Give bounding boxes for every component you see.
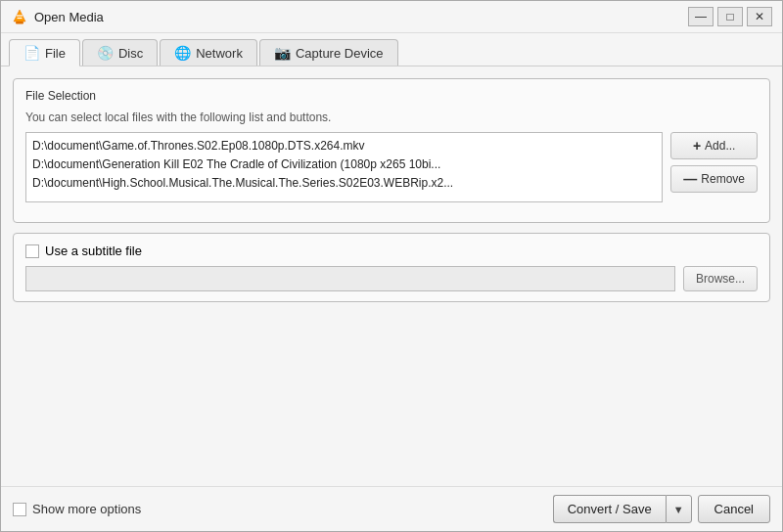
show-more-label: Show more options — [32, 502, 141, 516]
convert-save-dropdown-button[interactable]: ▼ — [666, 495, 692, 523]
tab-disc[interactable]: 💿 Disc — [82, 39, 158, 66]
helper-text: You can select local files with the foll… — [25, 111, 758, 124]
minimize-button[interactable]: — — [688, 7, 714, 26]
open-media-window: Open Media — □ ✕ 📄 File 💿 Disc 🌐 Network… — [0, 0, 783, 532]
title-bar-controls: — □ ✕ — [688, 7, 772, 26]
tab-network-label: Network — [196, 46, 243, 61]
dropdown-arrow-icon: ▼ — [673, 504, 684, 515]
show-more-options-row[interactable]: Show more options — [13, 502, 141, 516]
network-tab-icon: 🌐 — [174, 45, 191, 61]
bottom-buttons: Convert / Save ▼ Cancel — [553, 495, 770, 523]
spacer — [13, 312, 770, 474]
disc-tab-icon: 💿 — [97, 45, 114, 61]
tab-capture-label: Capture Device — [296, 46, 384, 61]
subtitle-path-input[interactable] — [25, 266, 675, 291]
content-area: File Selection You can select local file… — [1, 66, 782, 486]
file-row: D:\document\Game.of.Thrones.S02.Ep08.108… — [25, 132, 758, 202]
remove-icon: — — [683, 171, 697, 187]
title-bar-left: Open Media — [11, 8, 104, 25]
add-button[interactable]: + Add... — [670, 132, 758, 159]
capture-tab-icon: 📷 — [274, 45, 291, 61]
vlc-icon — [11, 8, 28, 25]
subtitle-input-row: Browse... — [25, 266, 758, 291]
tab-capture[interactable]: 📷 Capture Device — [259, 39, 398, 66]
file-item-1: D:\document\Game.of.Thrones.S02.Ep08.108… — [32, 137, 656, 155]
add-icon: + — [693, 138, 701, 154]
bottom-bar: Show more options Convert / Save ▼ Cance… — [1, 486, 782, 531]
add-button-label: Add... — [705, 139, 735, 153]
svg-rect-1 — [16, 22, 23, 24]
tab-file-label: File — [45, 46, 66, 61]
file-selection-group: File Selection You can select local file… — [13, 78, 770, 223]
file-selection-label: File Selection — [25, 89, 758, 103]
tab-network[interactable]: 🌐 Network — [160, 39, 257, 66]
show-more-checkbox[interactable] — [13, 503, 26, 516]
browse-button[interactable]: Browse... — [683, 266, 758, 291]
file-list-box[interactable]: D:\document\Game.of.Thrones.S02.Ep08.108… — [25, 132, 663, 202]
tab-bar: 📄 File 💿 Disc 🌐 Network 📷 Capture Device — [1, 33, 782, 66]
file-item-2: D:\document\Generation Kill E02 The Crad… — [32, 155, 656, 174]
close-button[interactable]: ✕ — [747, 7, 772, 26]
tab-file[interactable]: 📄 File — [9, 39, 80, 66]
file-item-3: D:\document\High.School.Musical.The.Musi… — [32, 174, 656, 193]
cancel-button[interactable]: Cancel — [698, 495, 770, 523]
convert-save-button[interactable]: Convert / Save — [553, 495, 666, 523]
subtitle-header: Use a subtitle file — [25, 244, 758, 258]
title-bar: Open Media — □ ✕ — [1, 1, 782, 33]
subtitle-checkbox[interactable] — [25, 244, 39, 258]
window-title: Open Media — [34, 10, 104, 24]
subtitle-checkbox-label: Use a subtitle file — [45, 244, 142, 258]
tab-disc-label: Disc — [118, 46, 143, 61]
file-tab-icon: 📄 — [23, 45, 40, 61]
maximize-button[interactable]: □ — [717, 7, 743, 26]
remove-button-label: Remove — [701, 172, 745, 186]
remove-button[interactable]: — Remove — [670, 165, 758, 193]
subtitle-group: Use a subtitle file Browse... — [13, 233, 770, 302]
file-buttons: + Add... — Remove — [670, 132, 758, 202]
